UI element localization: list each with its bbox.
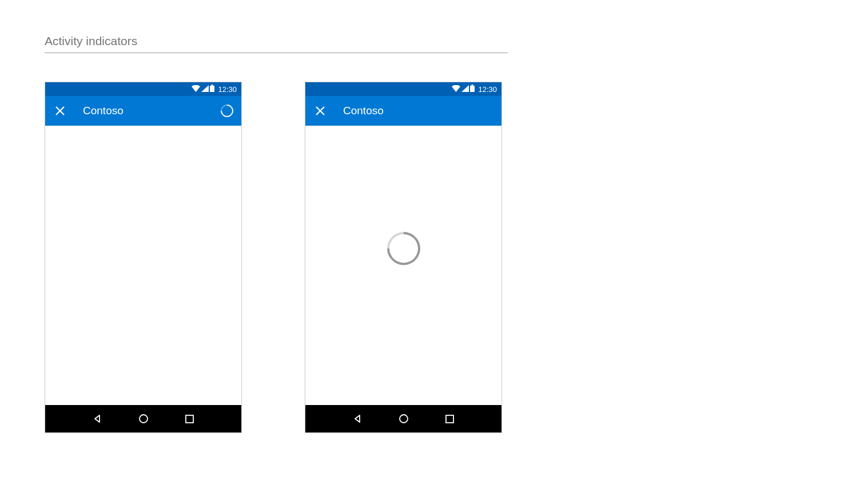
activity-indicator-small xyxy=(218,102,236,119)
cellular-icon xyxy=(201,85,209,94)
app-bar: Contoso xyxy=(305,96,501,126)
status-bar: 12:30 xyxy=(45,82,241,96)
wifi-icon xyxy=(192,85,200,94)
app-title: Contoso xyxy=(83,105,221,117)
recents-icon[interactable] xyxy=(443,412,457,426)
phone-mockup-left: 12:30 Contoso xyxy=(45,82,242,433)
recents-icon[interactable] xyxy=(183,412,197,426)
app-title: Contoso xyxy=(343,105,493,117)
status-time: 12:30 xyxy=(478,85,497,94)
svg-rect-4 xyxy=(470,86,475,92)
content-area xyxy=(45,126,241,405)
section-heading: Activity indicators xyxy=(45,34,508,53)
svg-rect-1 xyxy=(212,85,213,86)
activity-indicator-large xyxy=(380,225,427,271)
svg-rect-3 xyxy=(186,415,193,423)
battery-icon xyxy=(210,85,214,94)
phone-mockup-right: 12:30 Contoso xyxy=(305,82,502,433)
svg-rect-0 xyxy=(210,86,214,92)
back-icon[interactable] xyxy=(90,412,104,426)
wifi-icon xyxy=(452,85,460,94)
svg-rect-5 xyxy=(472,85,473,86)
battery-icon xyxy=(470,85,475,94)
status-time: 12:30 xyxy=(218,85,237,94)
svg-point-2 xyxy=(140,415,148,423)
close-icon[interactable] xyxy=(53,104,67,118)
nav-bar xyxy=(305,405,501,432)
phones-container: 12:30 Contoso xyxy=(45,82,823,433)
content-area xyxy=(305,126,501,405)
home-icon[interactable] xyxy=(397,412,411,426)
status-bar: 12:30 xyxy=(305,82,501,96)
back-icon[interactable] xyxy=(351,412,364,426)
svg-rect-7 xyxy=(446,415,453,423)
nav-bar xyxy=(45,405,241,432)
cellular-icon xyxy=(461,85,469,94)
app-bar: Contoso xyxy=(45,96,241,126)
svg-point-6 xyxy=(400,415,408,423)
home-icon[interactable] xyxy=(137,412,150,426)
close-icon[interactable] xyxy=(313,104,327,118)
